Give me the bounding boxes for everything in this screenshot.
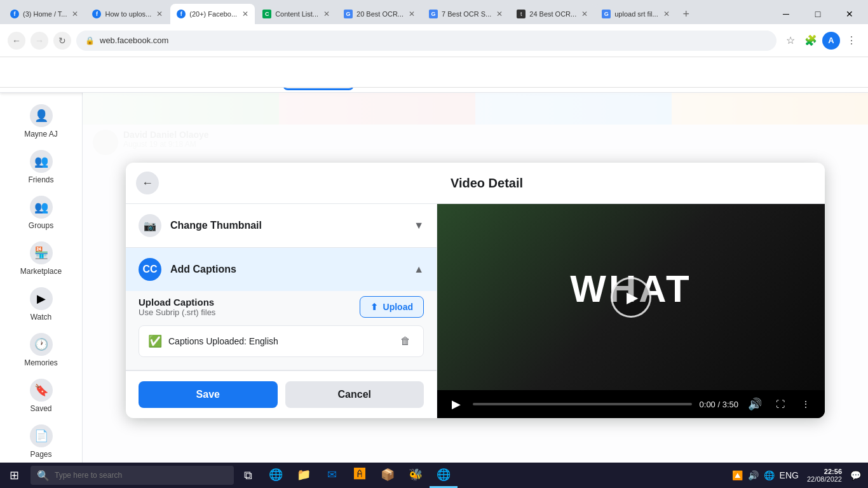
- sidebar-watch-label: Watch: [31, 313, 52, 322]
- main-area: 👤 Mayne AJ 👥 Friends 👥 Groups 🏪 Marketpl…: [0, 93, 868, 488]
- thumbnail-arrow: ▼: [414, 220, 424, 231]
- taskbar-search-input[interactable]: [55, 471, 220, 480]
- modal-left-panel: 📷 Change Thumbnail ▼ CC Add Captions ▲: [126, 204, 437, 418]
- tab-6[interactable]: G 7 Best OCR S... ✕: [423, 4, 509, 24]
- tab-8-close[interactable]: ✕: [663, 10, 670, 18]
- uploaded-caption-item: ✅ Captions Uploaded: English 🗑: [139, 325, 424, 357]
- notification-center-icon[interactable]: 💬: [848, 469, 863, 482]
- tab-1[interactable]: f (3) Home / T... ✕: [4, 4, 85, 24]
- profile-menu[interactable]: A: [822, 32, 840, 50]
- back-button[interactable]: ←: [8, 32, 25, 50]
- tray-lang-label[interactable]: ENG: [778, 469, 801, 482]
- taskbar-app-amazon[interactable]: 🅰: [346, 463, 374, 488]
- reload-button[interactable]: ↻: [53, 32, 71, 50]
- tab-7-label: 24 Best OCR...: [529, 10, 576, 18]
- sidebar-item-marketplace[interactable]: 🏪 Marketplace: [3, 236, 79, 281]
- settings-button[interactable]: ⋮: [843, 32, 860, 50]
- tab-1-close[interactable]: ✕: [72, 10, 78, 18]
- video-time: 0:00 / 3:50: [700, 400, 738, 409]
- tab-3[interactable]: f (20+) Facebo... ✕: [170, 4, 255, 24]
- left-sidebar: 👤 Mayne AJ 👥 Friends 👥 Groups 🏪 Marketpl…: [0, 93, 83, 488]
- sidebar-item-saved[interactable]: 🔖 Saved: [3, 374, 79, 418]
- upload-captions-subtitle: Use Subrip (.srt) files: [139, 308, 215, 317]
- bookmark-button[interactable]: ☆: [782, 32, 799, 50]
- add-captions-header[interactable]: CC Add Captions ▲: [126, 248, 437, 291]
- windows-icon: ⊞: [10, 468, 19, 482]
- thumbnail-icon: 📷: [139, 214, 161, 237]
- tray-volume-icon[interactable]: 🔊: [746, 469, 761, 482]
- system-clock[interactable]: 22:56 22/08/2022: [802, 468, 847, 483]
- watch-icon: ▶: [30, 287, 53, 310]
- video-progress-bar[interactable]: [473, 403, 692, 405]
- modal-back-button[interactable]: ←: [136, 172, 159, 194]
- tab-4-label: Content List...: [275, 10, 318, 18]
- tab-7[interactable]: t 24 Best OCR... ✕: [510, 4, 594, 24]
- forward-button[interactable]: →: [31, 32, 48, 50]
- delete-caption-button[interactable]: 🗑: [397, 332, 414, 350]
- new-tab-button[interactable]: +: [677, 5, 695, 23]
- address-text: web.facebook.com: [100, 36, 168, 45]
- tab-4-close[interactable]: ✕: [323, 10, 330, 18]
- cancel-button[interactable]: Cancel: [285, 381, 424, 408]
- tab-3-label: (20+) Facebo...: [189, 10, 237, 18]
- sidebar-item-pages[interactable]: 📄 Pages: [3, 419, 79, 464]
- memories-icon: 🕐: [30, 333, 53, 356]
- clock-time: 22:56: [807, 468, 842, 475]
- sidebar-memories-label: Memories: [24, 358, 58, 367]
- taskbar-search-bar[interactable]: 🔍: [31, 466, 234, 485]
- volume-button[interactable]: 🔊: [746, 395, 764, 413]
- more-options-button[interactable]: ⋮: [797, 395, 815, 413]
- taskbar-app-edge[interactable]: 🌐: [262, 463, 290, 488]
- add-captions-label: Add Captions: [170, 264, 414, 275]
- sidebar-pages-label: Pages: [30, 450, 51, 459]
- fullscreen-button[interactable]: ⛶: [771, 395, 789, 413]
- tab-bar: f (3) Home / T... ✕ f How to uplos... ✕ …: [0, 0, 868, 24]
- address-bar[interactable]: 🔒 web.facebook.com: [76, 30, 776, 51]
- tab-8[interactable]: G upload srt fil... ✕: [595, 4, 675, 24]
- saved-icon: 🔖: [30, 379, 53, 402]
- sidebar-item-profile[interactable]: 👤 Mayne AJ: [3, 99, 79, 144]
- sidebar-item-memories[interactable]: 🕐 Memories: [3, 328, 79, 372]
- upload-captions-button[interactable]: ⬆ Upload: [360, 296, 424, 318]
- tray-expand-icon[interactable]: 🔼: [730, 469, 745, 482]
- taskbar-app-chrome[interactable]: 🌐: [430, 463, 458, 488]
- upload-label: Upload: [383, 302, 413, 312]
- taskbar-app-unknown1[interactable]: 🐝: [402, 463, 430, 488]
- taskbar-app-mail[interactable]: ✉: [318, 463, 346, 488]
- modal-overlay: ← Video Detail 📷 Change Thumbnail ▼: [83, 93, 868, 488]
- start-button[interactable]: ⊞: [0, 463, 28, 488]
- tab-2-close[interactable]: ✕: [156, 10, 163, 18]
- save-button[interactable]: Save: [139, 381, 278, 408]
- taskbar-search-icon: 🔍: [37, 470, 50, 482]
- tab-7-close[interactable]: ✕: [581, 10, 588, 18]
- change-thumbnail-header[interactable]: 📷 Change Thumbnail ▼: [126, 204, 437, 247]
- profile-avatar: A: [822, 32, 840, 50]
- tab-3-close[interactable]: ✕: [242, 10, 248, 18]
- maximize-button[interactable]: □: [803, 4, 832, 24]
- tab-5-close[interactable]: ✕: [409, 10, 415, 18]
- upload-captions-row: Upload Captions Use Subrip (.srt) files …: [139, 296, 424, 318]
- sidebar-item-friends[interactable]: 👥 Friends: [3, 145, 79, 189]
- taskbar-app-dropbox[interactable]: 📦: [374, 463, 402, 488]
- upload-captions-info: Upload Captions Use Subrip (.srt) files: [139, 297, 215, 317]
- tray-network-icon[interactable]: 🌐: [762, 469, 776, 482]
- play-button[interactable]: ▶: [611, 277, 651, 318]
- change-thumbnail-accordion: 📷 Change Thumbnail ▼: [126, 204, 437, 248]
- tab-2[interactable]: f How to uplos... ✕: [86, 4, 169, 24]
- sidebar-item-watch[interactable]: ▶ Watch: [3, 282, 79, 327]
- task-view-button[interactable]: ⧉: [236, 464, 259, 487]
- extensions-button[interactable]: 🧩: [802, 32, 820, 50]
- upload-captions-title: Upload Captions: [139, 297, 215, 308]
- close-button[interactable]: ✕: [835, 4, 864, 24]
- sidebar-marketplace-label: Marketplace: [20, 267, 62, 276]
- sidebar-item-groups[interactable]: 👥 Groups: [3, 191, 79, 235]
- minimize-button[interactable]: ─: [771, 4, 801, 24]
- security-icon: 🔒: [85, 36, 95, 45]
- video-play-button[interactable]: ▶: [447, 395, 465, 413]
- profile-icon: 👤: [30, 104, 53, 127]
- tab-4[interactable]: C Content List... ✕: [256, 4, 336, 24]
- tab-5[interactable]: G 20 Best OCR... ✕: [337, 4, 421, 24]
- tab-6-close[interactable]: ✕: [496, 10, 503, 18]
- captions-icon: CC: [139, 258, 161, 281]
- taskbar-app-file-explorer[interactable]: 📁: [290, 463, 318, 488]
